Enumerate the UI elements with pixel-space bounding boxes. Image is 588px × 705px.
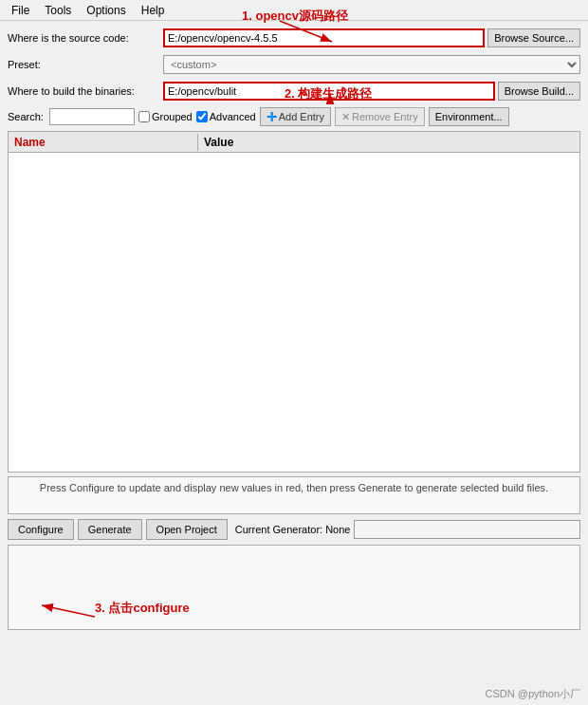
menu-file[interactable]: File	[4, 2, 37, 19]
advanced-checkbox[interactable]	[196, 111, 208, 122]
environment-button[interactable]: Environment...	[429, 107, 509, 126]
bottom-bar: Configure Generate Open Project Current …	[8, 518, 580, 541]
menubar: File Tools Options Help	[0, 0, 588, 21]
table-header-name: Name	[9, 134, 198, 151]
remove-icon: ✕	[341, 111, 350, 123]
plus-icon: ✛	[266, 110, 277, 124]
menu-options[interactable]: Options	[79, 2, 133, 19]
open-project-button[interactable]: Open Project	[146, 519, 228, 540]
browse-source-button[interactable]: Browse Source...	[487, 28, 580, 47]
search-label: Search:	[8, 111, 44, 122]
grouped-checkbox-label[interactable]: Grouped	[138, 111, 193, 122]
main-content: Where is the source code: Browse Source.…	[0, 21, 588, 636]
browse-build-button[interactable]: Browse Build...	[498, 82, 580, 101]
add-entry-label: Add Entry	[279, 111, 324, 122]
search-input[interactable]	[49, 108, 135, 125]
remove-entry-button[interactable]: ✕ Remove Entry	[335, 107, 425, 126]
table-body	[9, 153, 579, 472]
configure-button[interactable]: Configure	[8, 519, 74, 540]
preset-label: Preset:	[8, 59, 159, 70]
status-bar: Press Configure to update and display ne…	[8, 476, 580, 514]
advanced-label-text: Advanced	[210, 111, 256, 122]
grouped-checkbox[interactable]	[138, 111, 150, 122]
generator-input[interactable]	[354, 520, 580, 539]
build-label: Where to build the binaries:	[8, 85, 159, 97]
output-panel	[8, 545, 580, 630]
table-header: Name Value	[9, 132, 579, 153]
preset-row: Preset: <custom>	[8, 53, 580, 76]
menu-help[interactable]: Help	[134, 2, 173, 19]
generate-button[interactable]: Generate	[78, 519, 142, 540]
search-row: Search: Grouped Advanced ✛ Add Entry ✕ R…	[8, 106, 580, 127]
preset-select[interactable]: <custom>	[163, 55, 580, 74]
build-input[interactable]	[163, 82, 495, 101]
menu-tools[interactable]: Tools	[37, 2, 79, 19]
table-header-value: Value	[198, 134, 579, 151]
grouped-label-text: Grouped	[152, 111, 193, 122]
watermark: CSDN @python小厂	[486, 687, 580, 701]
add-entry-button[interactable]: ✛ Add Entry	[260, 107, 331, 126]
remove-entry-label: Remove Entry	[352, 111, 418, 122]
build-row: Where to build the binaries: Browse Buil…	[8, 80, 580, 102]
status-text: Press Configure to update and display ne…	[40, 482, 548, 493]
advanced-checkbox-label[interactable]: Advanced	[196, 111, 256, 122]
source-label: Where is the source code:	[8, 32, 159, 44]
source-row: Where is the source code: Browse Source.…	[8, 27, 580, 49]
table-area: Name Value	[8, 131, 580, 473]
generator-text: Current Generator: None	[235, 524, 351, 535]
source-input[interactable]	[163, 28, 485, 47]
